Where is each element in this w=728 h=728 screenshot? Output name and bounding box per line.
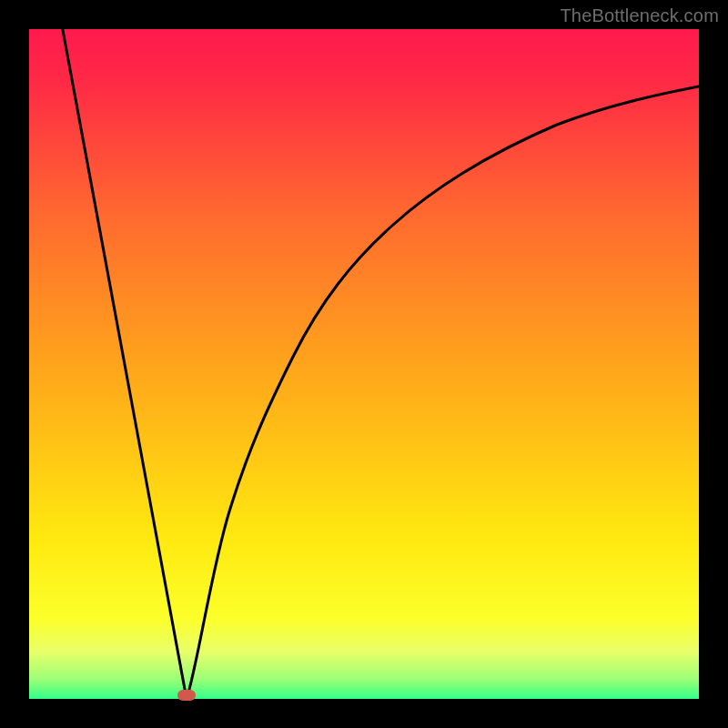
minimum-marker — [177, 690, 196, 701]
attribution-label: TheBottleneck.com — [560, 5, 719, 26]
chart-frame: TheBottleneck.com — [0, 0, 728, 728]
plot-area — [29, 29, 699, 699]
